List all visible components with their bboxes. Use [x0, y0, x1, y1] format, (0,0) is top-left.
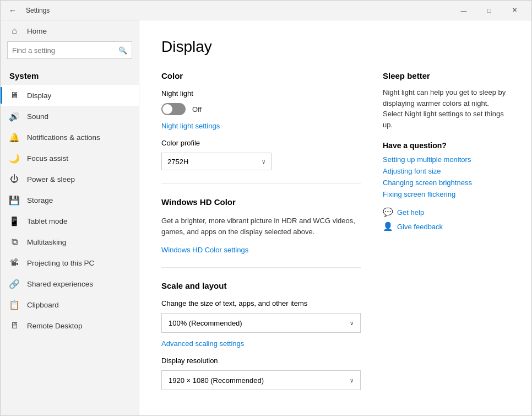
- hd-color-description: Get a brighter, more vibrant picture in …: [161, 215, 361, 237]
- night-light-state: Off: [192, 105, 202, 114]
- sidebar-item-shared-label: Shared experiences: [27, 280, 93, 288]
- multitasking-icon: ⧉: [9, 237, 19, 247]
- titlebar-title: Settings: [26, 7, 50, 14]
- sidebar-item-display-label: Display: [27, 91, 51, 100]
- get-help-link[interactable]: Get help: [397, 208, 424, 217]
- color-section-title: Color: [161, 71, 361, 80]
- scale-value: 100% (Recommended): [169, 319, 242, 327]
- projecting-icon: 📽: [9, 258, 19, 268]
- sidebar-item-focus-label: Focus assist: [27, 154, 68, 163]
- link-brightness[interactable]: Changing screen brightness: [383, 179, 509, 187]
- resolution-value: 1920 × 1080 (Recommended): [169, 376, 264, 385]
- close-button[interactable]: ✕: [502, 1, 527, 20]
- sidebar-item-tablet[interactable]: 📱 Tablet mode: [1, 210, 139, 231]
- main-area: ⌂ Home 🔍 System 🖥 Display 🔊 Sound: [1, 20, 531, 415]
- sidebar-item-power-label: Power & sleep: [27, 175, 75, 183]
- sidebar-item-clipboard[interactable]: 📋 Clipboard: [1, 294, 139, 315]
- titlebar-left: ← Settings: [5, 3, 451, 18]
- focus-icon: 🌙: [9, 153, 19, 163]
- color-profile-dropdown[interactable]: 2752H ∨: [161, 153, 272, 170]
- sidebar-nav: 🖥 Display 🔊 Sound 🔔 Notifications & acti…: [1, 85, 139, 336]
- advanced-scaling-link[interactable]: Advanced scaling settings: [161, 339, 361, 348]
- link-font-size[interactable]: Adjusting font size: [383, 167, 509, 175]
- sound-icon: 🔊: [9, 111, 19, 121]
- get-help-link-row: 💬 Get help: [383, 207, 509, 217]
- sidebar-item-sound-label: Sound: [27, 112, 48, 121]
- give-feedback-link-row: 👤 Give feedback: [383, 221, 509, 231]
- sidebar-item-display[interactable]: 🖥 Display: [1, 85, 139, 106]
- back-button[interactable]: ←: [5, 3, 20, 18]
- sidebar-item-power[interactable]: ⏻ Power & sleep: [1, 169, 139, 190]
- color-profile-value: 2752H: [167, 158, 188, 166]
- sidebar-item-storage-label: Storage: [27, 196, 53, 204]
- sidebar-item-shared[interactable]: 🔗 Shared experiences: [1, 273, 139, 294]
- content-area: Display Color Night light Off Night ligh…: [139, 20, 531, 415]
- storage-icon: 💾: [9, 195, 19, 205]
- sidebar-item-storage[interactable]: 💾 Storage: [1, 190, 139, 210]
- get-help-row: 💬 Get help 👤 Give feedback: [383, 207, 509, 231]
- sidebar-item-remote-label: Remote Desktop: [27, 322, 83, 330]
- display-icon: 🖥: [9, 90, 19, 100]
- remote-icon: 🖥: [9, 321, 19, 331]
- get-help-icon: 💬: [383, 207, 393, 217]
- notifications-icon: 🔔: [9, 132, 19, 142]
- night-light-toggle-row: Off: [161, 103, 361, 115]
- scale-section-title: Scale and layout: [161, 281, 361, 290]
- sidebar-item-notifications-label: Notifications & actions: [27, 133, 100, 142]
- color-profile-container: Color profile 2752H ∨: [161, 139, 361, 170]
- resolution-arrow: ∨: [350, 377, 354, 383]
- search-box[interactable]: 🔍: [7, 41, 132, 59]
- night-light-label: Night light: [161, 89, 361, 98]
- settings-window: ← Settings — □ ✕ ⌂ Home 🔍 System: [0, 0, 532, 416]
- right-panel: Sleep better Night light can help you ge…: [383, 71, 509, 397]
- content-left: Color Night light Off Night light settin…: [161, 71, 361, 397]
- change-size-label: Change the size of text, apps, and other…: [161, 299, 361, 307]
- give-feedback-link[interactable]: Give feedback: [397, 223, 443, 231]
- sidebar-item-multitasking[interactable]: ⧉ Multitasking: [1, 231, 139, 252]
- sidebar-item-remote[interactable]: 🖥 Remote Desktop: [1, 315, 139, 336]
- sleep-text: Night light can help you get to sleep by…: [383, 87, 509, 130]
- maximize-button[interactable]: □: [476, 1, 502, 20]
- page-title: Display: [161, 38, 509, 56]
- sidebar-item-home[interactable]: ⌂ Home: [1, 20, 139, 41]
- divider-2: [161, 267, 361, 268]
- scale-dropdown[interactable]: 100% (Recommended) ∨: [161, 313, 361, 333]
- link-multiple-monitors[interactable]: Setting up multiple monitors: [383, 155, 509, 164]
- sidebar-item-focus[interactable]: 🌙 Focus assist: [1, 148, 139, 169]
- system-section-label: System: [1, 64, 139, 85]
- hd-color-section-title: Windows HD Color: [161, 197, 361, 207]
- search-input[interactable]: [12, 46, 115, 55]
- hd-color-settings-link[interactable]: Windows HD Color settings: [161, 246, 361, 254]
- search-icon: 🔍: [118, 46, 127, 55]
- night-light-toggle[interactable]: [161, 103, 186, 115]
- sidebar: ⌂ Home 🔍 System 🖥 Display 🔊 Sound: [1, 20, 139, 415]
- color-profile-label: Color profile: [161, 139, 361, 147]
- give-feedback-icon: 👤: [383, 221, 393, 231]
- resolution-container: Display resolution 1920 × 1080 (Recommen…: [161, 356, 361, 390]
- sidebar-item-tablet-label: Tablet mode: [27, 217, 68, 225]
- sidebar-item-multitasking-label: Multitasking: [27, 238, 66, 246]
- sidebar-item-clipboard-label: Clipboard: [27, 301, 59, 309]
- tablet-icon: 📱: [9, 216, 19, 226]
- divider-1: [161, 183, 361, 184]
- sidebar-item-projecting[interactable]: 📽 Projecting to this PC: [1, 252, 139, 273]
- shared-icon: 🔗: [9, 279, 19, 289]
- power-icon: ⏻: [9, 174, 19, 184]
- have-a-question-title: Have a question?: [383, 141, 509, 150]
- search-container: 🔍: [1, 41, 139, 64]
- scale-arrow: ∨: [350, 320, 354, 326]
- titlebar: ← Settings — □ ✕: [1, 1, 531, 20]
- night-light-settings-link[interactable]: Night light settings: [161, 122, 361, 130]
- content-row: Color Night light Off Night light settin…: [161, 71, 509, 397]
- resolution-label: Display resolution: [161, 356, 361, 365]
- sidebar-item-projecting-label: Projecting to this PC: [27, 259, 94, 267]
- clipboard-icon: 📋: [9, 300, 19, 310]
- resolution-dropdown[interactable]: 1920 × 1080 (Recommended) ∨: [161, 370, 361, 390]
- color-profile-arrow: ∨: [262, 159, 265, 165]
- link-flickering[interactable]: Fixing screen flickering: [383, 190, 509, 198]
- titlebar-controls: — □ ✕: [451, 1, 527, 20]
- sleep-title: Sleep better: [383, 71, 509, 80]
- sidebar-item-notifications[interactable]: 🔔 Notifications & actions: [1, 127, 139, 148]
- sidebar-item-sound[interactable]: 🔊 Sound: [1, 106, 139, 127]
- minimize-button[interactable]: —: [451, 1, 476, 20]
